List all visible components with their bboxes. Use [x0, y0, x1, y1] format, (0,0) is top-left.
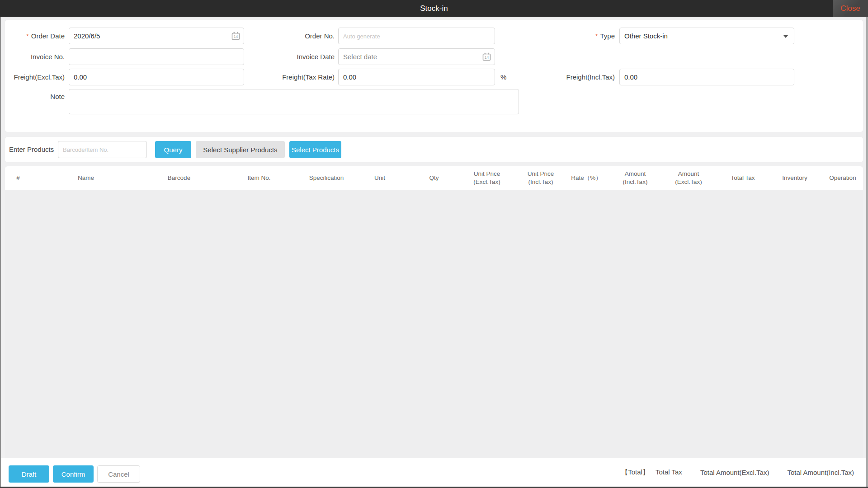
- calendar-icon[interactable]: 14: [482, 52, 491, 61]
- confirm-button[interactable]: Confirm: [53, 465, 94, 483]
- total-prefix: 【Total】: [621, 468, 649, 477]
- invoice-no-label: Invoice No.: [5, 48, 65, 65]
- order-no-field-wrap: [338, 28, 495, 44]
- enter-products-label: Enter Products: [9, 137, 54, 162]
- col-barcode: Barcode: [168, 174, 190, 182]
- required-marker: *: [26, 33, 28, 40]
- svg-text:14: 14: [485, 55, 489, 60]
- svg-text:14: 14: [234, 34, 238, 39]
- required-marker: *: [595, 33, 598, 40]
- note-textarea[interactable]: [69, 89, 519, 114]
- freight-excl-label: Freight(Excl.Tax): [5, 69, 65, 85]
- dialog-title: Stock-in: [0, 0, 868, 17]
- order-no-label: Order No.: [240, 28, 335, 44]
- type-select[interactable]: Other Stock-in: [619, 28, 794, 44]
- invoice-no-field-wrap: [69, 48, 244, 65]
- draft-button[interactable]: Draft: [9, 465, 49, 483]
- products-table-header: # Name Barcode Item No. Specification Un…: [5, 166, 863, 190]
- col-unit: Unit: [374, 174, 385, 182]
- col-amount-excl: Amount (Excl.Tax): [675, 170, 702, 186]
- order-date-input[interactable]: [69, 28, 244, 44]
- order-form-panel: *Order Date 14 Order No. *Type Other Sto…: [5, 20, 863, 132]
- freight-excl-input[interactable]: [69, 69, 244, 85]
- query-button[interactable]: Query: [155, 141, 191, 158]
- col-inventory: Inventory: [782, 174, 807, 182]
- total-amount-incl-label: Total Amount(Incl.Tax): [787, 469, 854, 476]
- title-bar: Stock-in Close: [0, 0, 868, 17]
- total-amount-excl-label: Total Amount(Excl.Tax): [700, 469, 769, 476]
- window-left-edge: [0, 17, 1, 488]
- freight-excl-field-wrap: [69, 69, 244, 85]
- col-rate: Rate（%）: [571, 174, 602, 182]
- note-label: Note: [5, 92, 65, 108]
- order-no-input[interactable]: [338, 28, 495, 44]
- col-unit-price-excl: Unit Price (Excl.Tax): [473, 170, 500, 186]
- percent-suffix: %: [500, 69, 506, 85]
- col-item-no: Item No.: [247, 174, 270, 182]
- invoice-date-label: Invoice Date: [240, 48, 335, 65]
- type-select-value: Other Stock-in: [624, 32, 668, 40]
- col-name: Name: [78, 174, 94, 182]
- totals-summary: 【Total】 Total Tax Total Amount(Excl.Tax)…: [621, 458, 854, 487]
- col-index: #: [16, 174, 20, 182]
- col-specification: Specification: [309, 174, 344, 182]
- freight-incl-field-wrap: [619, 69, 794, 85]
- col-amount-incl: Amount (Incl.Tax): [623, 170, 648, 186]
- order-date-label: *Order Date: [5, 28, 65, 44]
- close-button[interactable]: Close: [833, 0, 868, 17]
- select-supplier-products-button[interactable]: Select Supplier Products: [196, 141, 285, 158]
- freight-rate-label: Freight(Tax Rate): [240, 69, 335, 85]
- chevron-down-icon: [783, 35, 788, 38]
- freight-rate-input[interactable]: [338, 69, 495, 85]
- order-date-field-wrap: 14: [69, 28, 244, 44]
- col-qty: Qty: [429, 174, 439, 182]
- invoice-date-input[interactable]: [338, 48, 495, 65]
- products-table-body: [5, 190, 863, 458]
- cancel-button[interactable]: Cancel: [97, 465, 140, 483]
- col-operation: Operation: [829, 174, 856, 182]
- invoice-date-field-wrap: 14: [338, 48, 495, 65]
- type-field-wrap: Other Stock-in: [619, 28, 794, 44]
- invoice-no-input[interactable]: [69, 48, 244, 65]
- enter-products-bar: Enter Products Query Select Supplier Pro…: [5, 137, 863, 162]
- freight-incl-input[interactable]: [619, 69, 794, 85]
- footer-bar: Draft Confirm Cancel 【Total】 Total Tax T…: [0, 458, 868, 487]
- barcode-search-input[interactable]: [58, 141, 147, 158]
- type-label: *Type: [520, 28, 615, 44]
- select-products-button[interactable]: Select Products: [289, 141, 341, 158]
- window-right-edge[interactable]: [866, 17, 868, 488]
- total-tax-label: Total Tax: [656, 468, 682, 477]
- col-total-tax: Total Tax: [731, 174, 755, 182]
- freight-incl-label: Freight(Incl.Tax): [520, 69, 615, 85]
- freight-rate-field-wrap: [338, 69, 495, 85]
- calendar-icon[interactable]: 14: [231, 32, 240, 40]
- col-unit-price-incl: Unit Price (Incl.Tax): [528, 170, 554, 186]
